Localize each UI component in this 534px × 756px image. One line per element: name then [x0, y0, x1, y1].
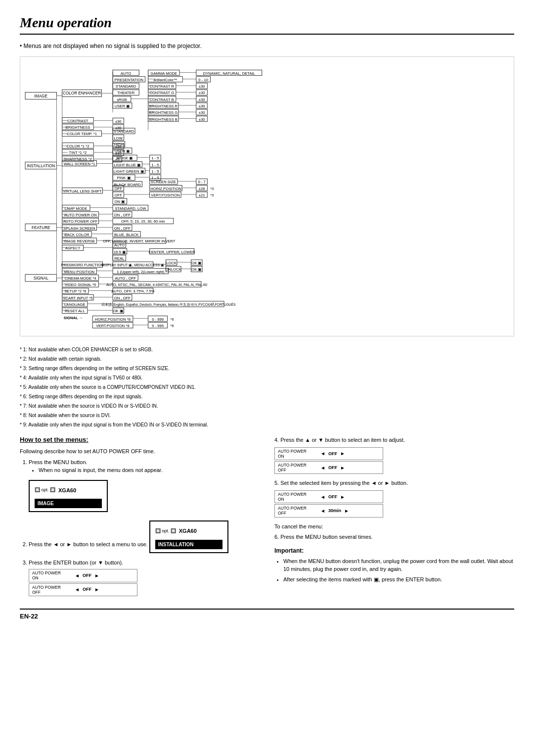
- menu-diagram: IMAGE INSTALLATION FEATURE SIGNAL COLOR …: [20, 56, 514, 336]
- how-to-section: How to set the menus: Following describe…: [20, 436, 514, 599]
- svg-text:LIGHT GREEN ▣: LIGHT GREEN ▣: [114, 169, 144, 174]
- note-1: * 1: Not available when COLOR ENHANCER i…: [20, 345, 514, 354]
- svg-text:SIGNAL: SIGNAL: [34, 276, 48, 281]
- svg-text:1 (Upper left), 2(Lower right): 1 (Upper left), 2(Lower right): [117, 270, 165, 274]
- svg-text:USER ▣: USER ▣: [115, 104, 130, 108]
- svg-text:±30: ±30: [199, 91, 205, 95]
- svg-text:VERT.POSITION  *8: VERT.POSITION *8: [96, 324, 130, 328]
- svg-text:OFF, 5, 10, 15, 30, 60 min: OFF, 5, 10, 15, 30, 60 min: [121, 219, 165, 224]
- svg-text:sRGB: sRGB: [117, 97, 127, 102]
- note-9: * 9: Available only when the input signa…: [20, 421, 514, 429]
- svg-text:0 - 999: 0 - 999: [152, 324, 164, 328]
- svg-text:BACK COLOR: BACK COLOR: [64, 233, 89, 237]
- how-to-title: How to set the menus:: [20, 436, 260, 443]
- svg-text:SHARPNESS  *2: SHARPNESS *2: [64, 157, 92, 161]
- screen1-title: IMAGE: [35, 499, 102, 508]
- svg-text:±30: ±30: [199, 104, 205, 108]
- svg-text:COLOR TEMP.  *1: COLOR TEMP. *1: [67, 132, 97, 136]
- svg-text:±30: ±30: [199, 117, 205, 122]
- svg-text:SIGNAL →: SIGNAL →: [64, 316, 83, 320]
- svg-text:0 - 999: 0 - 999: [152, 317, 164, 322]
- important-bullet-1: When the MENU button doesn't function, u…: [283, 557, 514, 573]
- svg-text:SETUP  *2 *8: SETUP *2 *8: [64, 289, 86, 293]
- svg-text:CINEMA MODE  *4: CINEMA MODE *4: [65, 276, 97, 281]
- note-4: * 4: Available only when the input signa…: [20, 374, 514, 382]
- svg-text:LOW: LOW: [114, 136, 123, 141]
- svg-text:0 - 10: 0 - 10: [198, 78, 208, 82]
- note-6: * 6: Setting range differs depending on …: [20, 392, 514, 401]
- svg-text:INSTALLATION: INSTALLATION: [27, 164, 55, 168]
- svg-text:IMAGE REVERSE: IMAGE REVERSE: [64, 239, 95, 243]
- svg-text:MENU POSITION: MENU POSITION: [64, 270, 94, 274]
- svg-text:ASPECT: ASPECT: [65, 246, 81, 250]
- svg-text:PRESENTATION: PRESENTATION: [115, 78, 143, 82]
- svg-text:AUTO: AUTO: [114, 243, 125, 247]
- svg-text:SCREEN SIZE: SCREEN SIZE: [151, 180, 176, 184]
- svg-text:DISPLAY INPUT ▣, MENU ACCESS ▣: DISPLAY INPUT ▣, MENU ACCESS ▣: [101, 263, 164, 267]
- svg-text:BRIGHTNESS: BRIGHTNESS: [66, 125, 90, 130]
- svg-text:AUTO POWER ON: AUTO POWER ON: [64, 213, 97, 217]
- how-to-intro: Following describe how to set AUTO POWER…: [20, 447, 260, 456]
- svg-text:OFF: OFF: [115, 193, 123, 197]
- svg-text:1 - 5: 1 - 5: [151, 163, 159, 167]
- svg-text:BRIGHTNESS R: BRIGHTNESS R: [149, 104, 178, 108]
- svg-text:±30: ±30: [115, 119, 122, 124]
- step-1: Press the MENU button. When no signal is…: [29, 458, 260, 516]
- power-row-step3-1: AUTO POWERON ◄ OFF ►: [29, 569, 137, 582]
- step-2: Press the ◄ or ► button to select a menu…: [29, 518, 260, 556]
- svg-text:CONTRAST B: CONTRAST B: [150, 97, 174, 102]
- svg-text:AUTO: AUTO: [121, 71, 131, 76]
- svg-text:STANDARD: STANDARD: [116, 84, 136, 89]
- svg-text:CENTER, UPPER, LOWER: CENTER, UPPER, LOWER: [148, 250, 195, 254]
- step-5-label: 5. Set the selected item by pressing the…: [274, 479, 514, 487]
- svg-text:HORIZ.POSITION  *8: HORIZ.POSITION *8: [95, 317, 131, 322]
- svg-text:OK ▣: OK ▣: [191, 261, 202, 265]
- svg-text:BLUE, BLACK: BLUE, BLACK: [114, 233, 139, 237]
- svg-text:CONTRAST: CONTRAST: [67, 119, 88, 123]
- cancel-text: To cancel the menu:: [274, 522, 514, 531]
- svg-text:BRIGHTNESS B: BRIGHTNESS B: [149, 117, 178, 122]
- svg-text:±30: ±30: [199, 110, 205, 115]
- step-4-label: 4. Press the ▲ or ▼ button to select an …: [274, 436, 514, 444]
- important-section: Important: When the MENU button doesn't …: [274, 546, 514, 584]
- svg-text:OK ▣: OK ▣: [191, 267, 202, 272]
- screen2-label: XGA60: [179, 526, 197, 536]
- svg-text:VERT.POSITION: VERT.POSITION: [151, 193, 179, 197]
- svg-text:OK ▣: OK ▣: [113, 309, 124, 313]
- svg-text:*6: *6: [171, 324, 174, 328]
- svg-text:GAMMA MODE: GAMMA MODE: [151, 71, 178, 76]
- svg-text:ON ▣: ON ▣: [115, 199, 126, 204]
- power-row-step5-1: AUTO POWERON ◄ OFF ►: [274, 490, 383, 503]
- power-row-step5-2: AUTO POWEROFF ◄ 30min ►: [274, 504, 383, 517]
- screen1-label: XGA60: [58, 485, 76, 496]
- svg-text:CONTRAST G: CONTRAST G: [149, 91, 174, 95]
- svg-text:日本語, English, Español, Deutsch: 日本語, English, Español, Deutsch, Français…: [101, 302, 236, 307]
- svg-text:IMAGE: IMAGE: [35, 94, 48, 98]
- svg-text:ON , OFF: ON , OFF: [114, 226, 131, 231]
- svg-text:ON , OFF: ON , OFF: [114, 213, 131, 217]
- svg-text:AUTO, NTSC, PAL, SECAM, 4.43NT: AUTO, NTSC, PAL, SECAM, 4.43NTSC, PAL-M,…: [106, 283, 207, 287]
- note-2: * 2: Not available with certain signals.: [20, 355, 514, 363]
- svg-text:±30: ±30: [199, 84, 205, 89]
- svg-text:±10: ±10: [115, 144, 122, 149]
- svg-text:BRIGHTNESS G: BRIGHTNESS G: [149, 110, 178, 115]
- svg-text:AUTO, OFF, 3.75%, 7.5%: AUTO, OFF, 3.75%, 7.5%: [111, 289, 155, 293]
- svg-text:VIDEO SIGNAL  *9: VIDEO SIGNAL *9: [65, 283, 96, 287]
- svg-text:COLOR  *1 *2: COLOR *1 *2: [66, 144, 89, 148]
- svg-text:REAL: REAL: [114, 256, 124, 261]
- how-to-left: How to set the menus: Following describe…: [20, 436, 260, 599]
- intro-text: Menus are not displayed when no signal i…: [20, 43, 514, 49]
- svg-text:SPLASH SCREEN: SPLASH SCREEN: [63, 226, 95, 231]
- svg-text:LAMP MODE: LAMP MODE: [64, 206, 87, 211]
- svg-text:TINT  *1 *2: TINT *1 *2: [69, 150, 87, 155]
- svg-text:SCART INPUT  *5: SCART INPUT *5: [63, 296, 92, 300]
- power-row-step3-2: AUTO POWEROFF ◄ OFF ►: [29, 583, 137, 596]
- page-title: Menu operation: [20, 15, 514, 35]
- svg-text:0 - 7: 0 - 7: [198, 180, 205, 184]
- svg-text:BrilliantColor™: BrilliantColor™: [154, 78, 178, 82]
- svg-text:OFF: OFF: [115, 187, 123, 191]
- screen-box-2: 🔲 opt. 🔲 XGA60 INSTALLATION: [149, 520, 228, 553]
- svg-text:HORIZ.POSITION: HORIZ.POSITION: [150, 187, 181, 191]
- svg-text:±21: ±21: [199, 193, 205, 197]
- svg-text:1 - 5: 1 - 5: [151, 156, 159, 160]
